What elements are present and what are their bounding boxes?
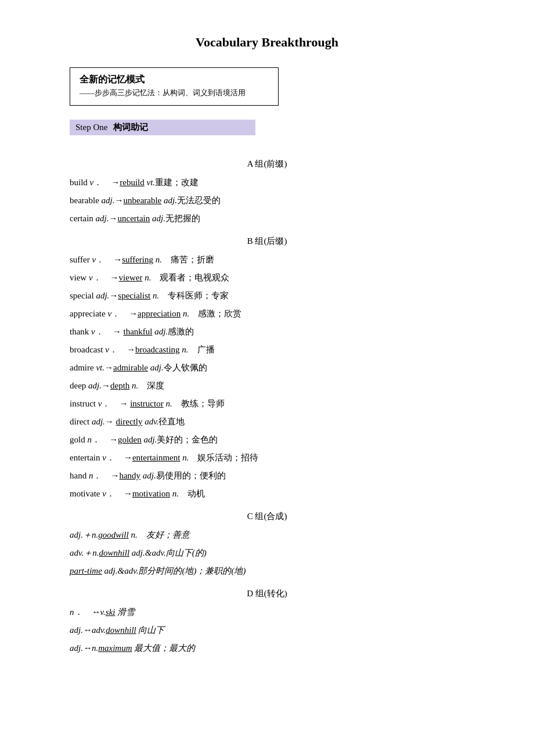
vocab-line-view: view v． →viewer n. 观看者；电视观众: [70, 271, 464, 285]
vocab-line-downhill-adv: adv.＋n.downhill adj.&adv.向山下(的): [70, 546, 464, 560]
step-one-bar: Step One 构词助记: [70, 120, 255, 135]
section-a-header: A 组(前缀): [70, 159, 464, 170]
vocab-line-deep: deep adj.→depth n. 深度: [70, 379, 464, 393]
vocab-line-gold: gold n． →golden adj.美好的；金色的: [70, 433, 464, 447]
vocab-line-goodwill: adj.＋n.goodwill n. 友好；善意: [70, 528, 464, 542]
vocab-line-direct: direct adj.→ directly adv.径直地: [70, 415, 464, 429]
vocab-line-instruct: instruct v． → instructor n. 教练；导师: [70, 397, 464, 411]
vocab-line-entertain: entertain v． →entertainment n. 娱乐活动；招待: [70, 451, 464, 465]
vocab-line-certain: certain adj.→uncertain adj.无把握的: [70, 211, 464, 225]
section-b-header: B 组(后缀): [70, 236, 464, 247]
vocab-line-suffer: suffer v． →suffering n. 痛苦；折磨: [70, 253, 464, 267]
step-one-chinese: 构词助记: [113, 122, 148, 132]
vocab-line-motivate: motivate v． →motivation n. 动机: [70, 487, 464, 501]
vocab-line-downhill-adj: adj.↔adv.downhill 向山下: [70, 623, 464, 637]
vocab-line-appreciate: appreciate v． →appreciation n. 感激；欣赏: [70, 307, 464, 321]
vocab-line-broadcast: broadcast v． →broadcasting n. 广播: [70, 343, 464, 357]
memory-box-subtitle: ——步步高三步记忆法：从构词、词义到语境活用: [80, 88, 269, 98]
section-d-header: D 组(转化): [70, 588, 464, 599]
section-c-header: C 组(合成): [70, 511, 464, 522]
step-one-label: Step One: [75, 123, 107, 132]
memory-box-title: 全新的记忆模式: [80, 74, 269, 86]
page-title: Vocabulary Breakthrough: [70, 35, 464, 50]
memory-box: 全新的记忆模式 ——步步高三步记忆法：从构词、词义到语境活用: [70, 67, 279, 106]
vocab-line-hand: hand n． →handy adj.易使用的；便利的: [70, 469, 464, 483]
vocab-line-ski: n． ↔v.ski 滑雪: [70, 605, 464, 619]
vocab-line-build: build v． →rebuild vt.重建；改建: [70, 175, 464, 189]
vocab-line-bearable: bearable adj.→unbearable adj.无法忍受的: [70, 193, 464, 207]
vocab-line-thank: thank v． → thankful adj.感激的: [70, 325, 464, 339]
vocab-line-part-time: part-time adj.&adv.部分时间的(地)；兼职的(地): [70, 564, 464, 578]
vocab-line-maximum: adj.↔n.maximum 最大值；最大的: [70, 641, 464, 655]
vocab-line-admire: admire vt.→admirable adj.令人钦佩的: [70, 361, 464, 375]
vocab-line-special: special adj.→specialist n. 专科医师；专家: [70, 289, 464, 303]
